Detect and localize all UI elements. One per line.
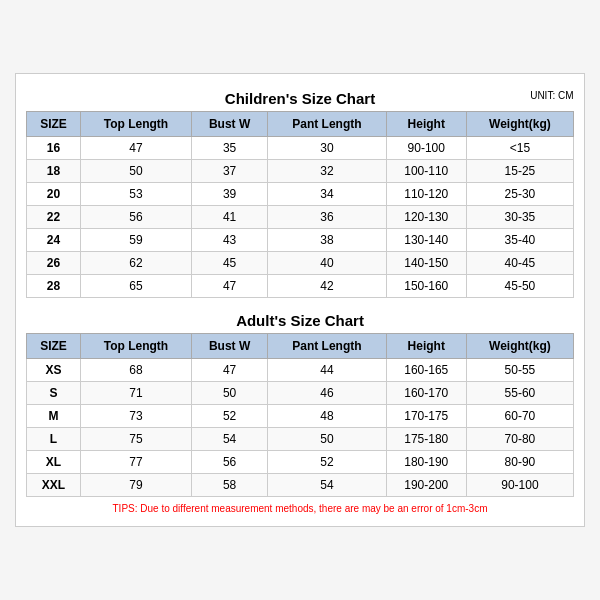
table-cell: 120-130 xyxy=(386,206,466,229)
table-cell: 53 xyxy=(80,183,191,206)
table-cell: 16 xyxy=(27,137,81,160)
table-cell: 44 xyxy=(268,359,386,382)
table-row: 1647353090-100<15 xyxy=(27,137,574,160)
table-cell: 25-30 xyxy=(466,183,573,206)
table-cell: 22 xyxy=(27,206,81,229)
unit-label: UNIT: CM xyxy=(530,90,573,101)
tips-text: TIPS: Due to different measurement metho… xyxy=(26,497,574,516)
table-cell: 54 xyxy=(192,428,268,451)
col-header-weight: Weight(kg) xyxy=(466,112,573,137)
table-cell: 41 xyxy=(192,206,268,229)
adult-title: Adult's Size Chart xyxy=(27,306,574,333)
adult-col-header-pant-length: Pant Length xyxy=(268,334,386,359)
table-cell: M xyxy=(27,405,81,428)
table-cell: 15-25 xyxy=(466,160,573,183)
table-cell: 55-60 xyxy=(466,382,573,405)
children-header-row: SIZE Top Length Bust W Pant Length Heigh… xyxy=(27,112,574,137)
col-header-height: Height xyxy=(386,112,466,137)
adult-col-header-height: Height xyxy=(386,334,466,359)
table-cell: 43 xyxy=(192,229,268,252)
table-cell: 35-40 xyxy=(466,229,573,252)
table-cell: XXL xyxy=(27,474,81,497)
table-cell: 30-35 xyxy=(466,206,573,229)
table-cell: 47 xyxy=(192,359,268,382)
table-cell: 35 xyxy=(192,137,268,160)
table-row: S715046160-17055-60 xyxy=(27,382,574,405)
col-header-bust-w: Bust W xyxy=(192,112,268,137)
table-cell: 170-175 xyxy=(386,405,466,428)
table-row: 26624540140-15040-45 xyxy=(27,252,574,275)
table-cell: 59 xyxy=(80,229,191,252)
table-cell: 26 xyxy=(27,252,81,275)
table-cell: 50 xyxy=(80,160,191,183)
table-cell: 20 xyxy=(27,183,81,206)
table-cell: 73 xyxy=(80,405,191,428)
table-row: 22564136120-13030-35 xyxy=(27,206,574,229)
table-cell: 60-70 xyxy=(466,405,573,428)
col-header-top-length: Top Length xyxy=(80,112,191,137)
table-cell: 58 xyxy=(192,474,268,497)
table-cell: 28 xyxy=(27,275,81,298)
table-row: 18503732100-11015-25 xyxy=(27,160,574,183)
table-cell: 42 xyxy=(268,275,386,298)
table-cell: 62 xyxy=(80,252,191,275)
table-cell: 37 xyxy=(192,160,268,183)
table-cell: 47 xyxy=(80,137,191,160)
table-cell: 56 xyxy=(80,206,191,229)
table-cell: 68 xyxy=(80,359,191,382)
table-cell: 39 xyxy=(192,183,268,206)
table-cell: 190-200 xyxy=(386,474,466,497)
table-cell: 34 xyxy=(268,183,386,206)
table-cell: 38 xyxy=(268,229,386,252)
col-header-size: SIZE xyxy=(27,112,81,137)
table-cell: 56 xyxy=(192,451,268,474)
table-row: 20533934110-12025-30 xyxy=(27,183,574,206)
table-row: M735248170-17560-70 xyxy=(27,405,574,428)
table-cell: 110-120 xyxy=(386,183,466,206)
adult-tbody: XS684744160-16550-55S715046160-17055-60M… xyxy=(27,359,574,497)
table-cell: 54 xyxy=(268,474,386,497)
table-cell: 130-140 xyxy=(386,229,466,252)
table-cell: 52 xyxy=(268,451,386,474)
table-cell: 90-100 xyxy=(466,474,573,497)
table-row: 24594338130-14035-40 xyxy=(27,229,574,252)
children-size-table: Children's Size Chart UNIT: CM SIZE Top … xyxy=(26,84,574,298)
table-cell: 65 xyxy=(80,275,191,298)
table-cell: 32 xyxy=(268,160,386,183)
table-cell: 160-165 xyxy=(386,359,466,382)
table-row: XXL795854190-20090-100 xyxy=(27,474,574,497)
adult-col-header-top-length: Top Length xyxy=(80,334,191,359)
table-cell: 47 xyxy=(192,275,268,298)
table-cell: 45 xyxy=(192,252,268,275)
table-cell: 70-80 xyxy=(466,428,573,451)
adult-header-row: SIZE Top Length Bust W Pant Length Heigh… xyxy=(27,334,574,359)
table-cell: 30 xyxy=(268,137,386,160)
table-cell: S xyxy=(27,382,81,405)
adult-size-table: Adult's Size Chart SIZE Top Length Bust … xyxy=(26,306,574,497)
table-cell: 180-190 xyxy=(386,451,466,474)
table-cell: 45-50 xyxy=(466,275,573,298)
table-row: 28654742150-16045-50 xyxy=(27,275,574,298)
adult-col-header-size: SIZE xyxy=(27,334,81,359)
table-cell: XS xyxy=(27,359,81,382)
table-cell: 71 xyxy=(80,382,191,405)
table-cell: 40 xyxy=(268,252,386,275)
table-cell: 50-55 xyxy=(466,359,573,382)
table-cell: 46 xyxy=(268,382,386,405)
table-cell: 48 xyxy=(268,405,386,428)
table-row: L755450175-18070-80 xyxy=(27,428,574,451)
table-cell: 175-180 xyxy=(386,428,466,451)
adult-col-header-weight: Weight(kg) xyxy=(466,334,573,359)
table-cell: 36 xyxy=(268,206,386,229)
table-cell: 24 xyxy=(27,229,81,252)
table-cell: 77 xyxy=(80,451,191,474)
table-cell: 150-160 xyxy=(386,275,466,298)
table-cell: XL xyxy=(27,451,81,474)
table-row: XS684744160-16550-55 xyxy=(27,359,574,382)
table-cell: 140-150 xyxy=(386,252,466,275)
table-cell: 100-110 xyxy=(386,160,466,183)
table-cell: 18 xyxy=(27,160,81,183)
table-row: XL775652180-19080-90 xyxy=(27,451,574,474)
children-tbody: 1647353090-100<1518503732100-11015-25205… xyxy=(27,137,574,298)
table-cell: 40-45 xyxy=(466,252,573,275)
